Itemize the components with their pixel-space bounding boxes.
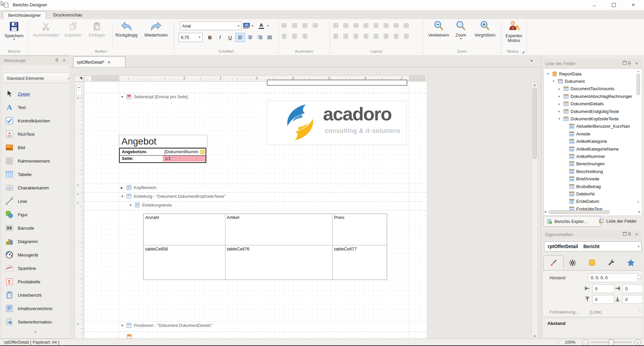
tree-node[interactable]: 123ArtikelKategorie bbox=[563, 138, 607, 145]
close-icon[interactable]: × bbox=[61, 58, 67, 63]
align-to-grid-button[interactable] bbox=[281, 22, 287, 28]
align-right-edges-button[interactable] bbox=[312, 22, 318, 28]
pin-icon[interactable] bbox=[55, 58, 61, 62]
align-left-edges-button[interactable] bbox=[291, 22, 298, 28]
close-icon[interactable]: × bbox=[634, 232, 640, 237]
tree-node[interactable]: EndeDatum bbox=[563, 198, 599, 205]
equal-spacing-h-button[interactable] bbox=[383, 22, 389, 28]
undo-button[interactable]: Rückgängig bbox=[113, 20, 140, 49]
align-centers-h-button[interactable] bbox=[302, 22, 308, 28]
tab-berichts-explorer[interactable]: Berichts Explor... bbox=[543, 216, 600, 227]
table-header-cell[interactable]: Artikel bbox=[227, 215, 239, 220]
collapse-icon[interactable]: ▾ bbox=[551, 79, 556, 83]
font-size-combo[interactable]: 9,75▼ bbox=[178, 33, 203, 42]
pad-bottom-field[interactable]: 0 bbox=[623, 295, 642, 304]
close-icon[interactable]: × bbox=[634, 61, 640, 66]
scrollbar-thumb[interactable] bbox=[637, 74, 640, 95]
tree-node[interactable]: abArtikelKategorieName bbox=[563, 145, 619, 153]
tree-node[interactable]: ▸DokumentDetails bbox=[557, 100, 604, 108]
tree-node[interactable]: abBriefAnrede bbox=[563, 175, 599, 183]
band-positionen[interactable]: ▼ Positionen - "Dokument.DokumentDetails… bbox=[121, 323, 212, 328]
tree-node[interactable]: ▾DokumentKopfzeileTexte bbox=[557, 115, 619, 122]
toolbox-item-pageinfo[interactable]: iSeiteninformation bbox=[5, 316, 67, 328]
tree-node[interactable]: 1.3BruttoBetrag bbox=[563, 183, 601, 190]
tab-layout[interactable] bbox=[602, 255, 621, 270]
save-dropdown-arrow[interactable]: ▼ bbox=[2, 38, 26, 41]
decrease-spacing-h-button[interactable] bbox=[403, 22, 409, 28]
scrollbar-thumb[interactable] bbox=[533, 88, 537, 159]
scroll-right-icon[interactable]: ▶ bbox=[639, 210, 641, 213]
field-list-tree[interactable]: ▾ReportData▾Dokument▸DocumentTaxAmounts▸… bbox=[543, 68, 642, 216]
canvas-vertical-scrollbar[interactable]: ▲ ▼ bbox=[531, 82, 538, 339]
collapse-icon[interactable]: ▾ bbox=[557, 117, 561, 120]
align-justify-button[interactable] bbox=[265, 33, 274, 42]
increase-spacing-h-button[interactable] bbox=[393, 22, 399, 28]
abstand-checkbox[interactable] bbox=[637, 275, 641, 279]
scroll-left-icon[interactable]: ◀ bbox=[544, 210, 546, 213]
band-handle-icon[interactable]: ≡ bbox=[77, 322, 79, 326]
zoom-out-button[interactable]: Verkleinern bbox=[427, 20, 451, 49]
bring-to-front-button[interactable] bbox=[393, 33, 399, 39]
scroll-down-icon[interactable]: ▼ bbox=[636, 201, 641, 204]
tab-druckvorschau[interactable]: Druckvorschau bbox=[47, 11, 89, 19]
scroll-up-icon[interactable]: ▲ bbox=[636, 70, 641, 73]
cut-button[interactable]: Ausschneiden bbox=[31, 20, 61, 49]
expand-icon[interactable]: ▸ bbox=[557, 87, 561, 91]
table-header-cell[interactable]: Preis bbox=[334, 215, 344, 220]
zoom-slider-thumb[interactable] bbox=[609, 339, 614, 346]
expand-icon[interactable]: ▸ bbox=[557, 102, 561, 106]
tree-node[interactable]: abBeschreibung bbox=[563, 168, 603, 175]
document-tab-close-icon[interactable]: × bbox=[108, 60, 110, 65]
toolbox-item-charcomb[interactable]: abCharakterkamm bbox=[5, 182, 67, 193]
report-title-label[interactable]: Angebot bbox=[119, 135, 208, 148]
page-label[interactable]: Seite: bbox=[122, 156, 133, 161]
tree-node[interactable]: ▸DokumentEndgültigTexte bbox=[557, 108, 619, 115]
tree-node[interactable]: ▸DokumentAbschlagRechnunger bbox=[557, 93, 632, 100]
same-height-button[interactable] bbox=[353, 22, 359, 28]
save-button[interactable]: Speichern ▼ bbox=[2, 20, 26, 49]
offer-info-table[interactable]: Angebotsnr. [DokumentNumm Seite: 1/1 bbox=[119, 148, 206, 163]
decrease-spacing-v-button[interactable] bbox=[363, 33, 369, 39]
bold-button[interactable]: B bbox=[205, 33, 215, 42]
center-in-window-v-button[interactable] bbox=[383, 33, 389, 39]
tree-node[interactable]: ▸DocumentTaxAmounts bbox=[557, 85, 614, 93]
band-handle-icon[interactable]: ≡ bbox=[77, 96, 79, 100]
report-page[interactable]: ▼ Seitenkopf [Einmal pro Seite] ▶ Kopfbe… bbox=[85, 82, 427, 339]
same-width-button[interactable] bbox=[343, 22, 349, 28]
paste-button[interactable]: Einfügen bbox=[86, 20, 108, 49]
tree-node[interactable]: abAnrede bbox=[563, 130, 590, 137]
maximize-button[interactable] bbox=[606, 0, 621, 10]
tree-horizontal-scrollbar[interactable]: ◀ ▶ bbox=[544, 210, 641, 214]
same-size-button[interactable] bbox=[363, 22, 369, 28]
fit-to-grid-button[interactable] bbox=[333, 22, 339, 28]
toolbox-item-text[interactable]: AText bbox=[5, 102, 67, 113]
band-seitenkopf[interactable]: ▼ Seitenkopf [Einmal pro Seite] bbox=[121, 94, 188, 99]
dialog-launcher-icon[interactable] bbox=[522, 51, 524, 53]
pad-top-field[interactable]: 0 bbox=[592, 295, 614, 304]
toolbox-item-checkbox[interactable]: Kontrollkästchen bbox=[5, 115, 67, 126]
expert-mode-button[interactable]: ExpertenModus bbox=[502, 20, 525, 49]
toolbox-scroll-down-icon[interactable]: ▼ bbox=[1, 330, 70, 334]
toolbox-item-pointer[interactable]: Zeiger bbox=[5, 88, 67, 100]
scroll-down-icon[interactable]: ▼ bbox=[532, 335, 538, 338]
equal-spacing-v-button[interactable] bbox=[343, 33, 349, 39]
align-bottom-edges-button[interactable] bbox=[302, 33, 308, 39]
send-to-back-button[interactable] bbox=[403, 33, 409, 39]
tree-node[interactable]: abAktuellerBenutzer_KurzNan bbox=[563, 123, 630, 130]
zoom-button[interactable]: Zoom ▼ bbox=[452, 20, 470, 49]
highlight-dropdown-arrow[interactable]: ▼ bbox=[251, 25, 254, 27]
pad-right-field[interactable]: 0 bbox=[623, 284, 642, 293]
band-kopfbereich[interactable]: ▶ Kopfbereich bbox=[121, 185, 156, 190]
minimize-button[interactable]: – bbox=[587, 0, 602, 10]
band-handle-icon[interactable]: ≡ bbox=[77, 192, 79, 196]
band-handle-icon[interactable]: ≡ bbox=[77, 183, 79, 187]
toolbox-item-subreport[interactable]: Unterbericht bbox=[5, 289, 67, 301]
toolbox-item-barcode[interactable]: Barcode bbox=[5, 222, 67, 234]
band-einleitungstexte[interactable]: ▼ Einleitungstexte bbox=[129, 203, 172, 208]
collapse-icon[interactable]: ▾ bbox=[546, 72, 550, 75]
align-right-button[interactable] bbox=[255, 33, 265, 42]
maximize-panel-icon[interactable] bbox=[622, 61, 628, 66]
pin-icon[interactable] bbox=[628, 232, 634, 236]
offer-number-label[interactable]: Angebotsnr. bbox=[122, 149, 147, 154]
italic-button[interactable]: I bbox=[215, 33, 225, 42]
